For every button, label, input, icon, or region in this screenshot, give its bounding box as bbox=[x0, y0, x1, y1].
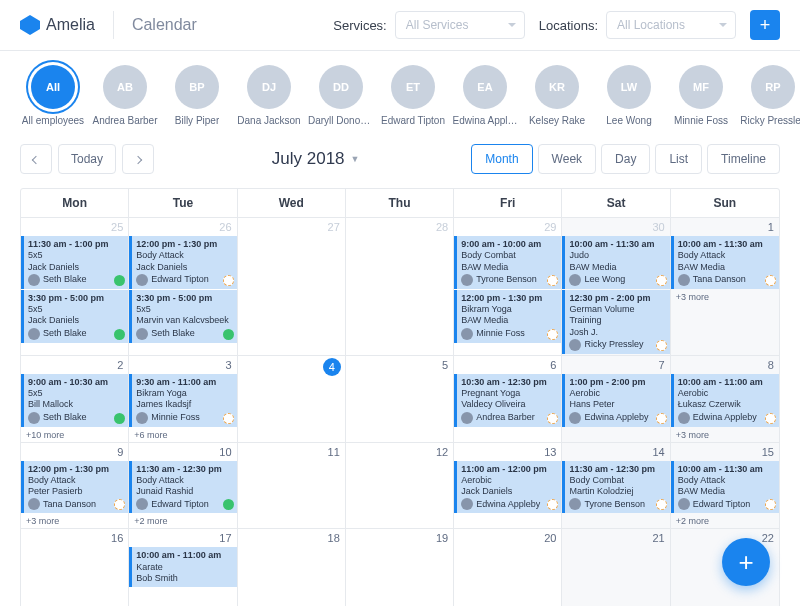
calendar-event[interactable]: 10:00 am - 11:30 amJudoBAW MediaLee Wong bbox=[562, 236, 669, 289]
calendar-cell[interactable]: 29:00 am - 10:30 am5x5Bill MallockSeth B… bbox=[21, 356, 129, 443]
calendar-event[interactable]: 10:00 am - 11:30 amBody AttackBAW MediaT… bbox=[671, 236, 779, 289]
employee-filter[interactable]: DJDana Jackson bbox=[236, 65, 302, 126]
more-events-link[interactable]: +10 more bbox=[21, 428, 128, 442]
calendar-cell[interactable]: 1710:00 am - 11:00 amKarateBob Smith bbox=[129, 529, 237, 606]
calendar-event[interactable]: 12:00 pm - 1:30 pmBody AttackPeter Pasie… bbox=[21, 461, 128, 514]
employee-filter[interactable]: RPRicky Pressley bbox=[740, 65, 800, 126]
services-filter-label: Services: bbox=[333, 18, 386, 33]
avatar: AB bbox=[103, 65, 147, 109]
calendar-cell[interactable]: 2511:30 am - 1:00 pm5x5Jack DanielsSeth … bbox=[21, 218, 129, 356]
view-timeline[interactable]: Timeline bbox=[707, 144, 780, 174]
calendar-cell[interactable]: 5 bbox=[346, 356, 454, 443]
more-events-link[interactable]: +3 more bbox=[671, 428, 779, 442]
calendar-cell[interactable]: 19 bbox=[346, 529, 454, 606]
view-list[interactable]: List bbox=[655, 144, 702, 174]
more-events-link[interactable]: +2 more bbox=[129, 514, 236, 528]
employee-filter[interactable]: EAEdwina Appl… bbox=[452, 65, 518, 126]
calendar-event[interactable]: 11:30 am - 1:00 pm5x5Jack DanielsSeth Bl… bbox=[21, 236, 128, 289]
avatar bbox=[136, 328, 148, 340]
more-events-link[interactable]: +2 more bbox=[671, 514, 779, 528]
day-header: Tue bbox=[129, 189, 237, 218]
calendar-cell[interactable]: 1411:30 am - 12:30 pmBody CombatMartin K… bbox=[562, 443, 670, 530]
today-button[interactable]: Today bbox=[58, 144, 116, 174]
calendar-cell[interactable]: 20 bbox=[454, 529, 562, 606]
more-events-link[interactable]: +3 more bbox=[21, 514, 128, 528]
view-month[interactable]: Month bbox=[471, 144, 532, 174]
avatar bbox=[28, 498, 40, 510]
employee-filter[interactable]: ABAndrea Barber bbox=[92, 65, 158, 126]
calendar-event[interactable]: 9:00 am - 10:30 am5x5Bill MallockSeth Bl… bbox=[21, 374, 128, 427]
calendar-event[interactable]: 9:30 am - 11:00 amBikram YogaJames Ikads… bbox=[129, 374, 236, 427]
calendar-event[interactable]: 11:00 am - 12:00 pmAerobicJack DanielsEd… bbox=[454, 461, 561, 514]
more-events-link[interactable]: +6 more bbox=[129, 428, 236, 442]
divider bbox=[113, 11, 114, 39]
event-time: 12:30 pm - 2:00 pm bbox=[569, 293, 665, 304]
employee-filter[interactable]: KRKelsey Rake bbox=[524, 65, 590, 126]
event-employee: Tyrone Benson bbox=[476, 274, 537, 285]
employee-filter[interactable]: LWLee Wong bbox=[596, 65, 662, 126]
calendar-event[interactable]: 10:30 am - 12:30 pmPregnant YogaValdecy … bbox=[454, 374, 561, 427]
calendar-event[interactable]: 10:00 am - 11:00 amAerobicŁukasz Czerwik… bbox=[671, 374, 779, 427]
calendar-cell[interactable]: 71:00 pm - 2:00 pmAerobicHans PeterEdwin… bbox=[562, 356, 670, 443]
calendar-cell[interactable]: 2612:00 pm - 1:30 pmBody AttackJack Dani… bbox=[129, 218, 237, 356]
calendar-cell[interactable]: 16 bbox=[21, 529, 129, 606]
calendar-event[interactable]: 9:00 am - 10:00 amBody CombatBAW MediaTy… bbox=[454, 236, 561, 289]
prev-button[interactable] bbox=[20, 144, 52, 174]
calendar-event[interactable]: 10:00 am - 11:30 amBody AttackBAW MediaE… bbox=[671, 461, 779, 514]
add-button[interactable]: + bbox=[750, 10, 780, 40]
calendar-cell[interactable]: 810:00 am - 11:00 amAerobicŁukasz Czerwi… bbox=[671, 356, 779, 443]
event-title: Bikram Yoga bbox=[461, 304, 557, 315]
fab-add-button[interactable]: + bbox=[722, 538, 770, 586]
employee-filter[interactable]: MFMinnie Foss bbox=[668, 65, 734, 126]
calendar-cell[interactable]: 39:30 am - 11:00 amBikram YogaJames Ikad… bbox=[129, 356, 237, 443]
calendar-cell[interactable]: 21 bbox=[562, 529, 670, 606]
day-header: Sat bbox=[562, 189, 670, 218]
brand-logo[interactable]: Amelia bbox=[20, 15, 95, 35]
calendar-cell[interactable]: 1311:00 am - 12:00 pmAerobicJack Daniels… bbox=[454, 443, 562, 530]
day-number: 9 bbox=[117, 446, 123, 458]
calendar-cell[interactable]: 912:00 pm - 1:30 pmBody AttackPeter Pasi… bbox=[21, 443, 129, 530]
day-number: 29 bbox=[544, 221, 556, 233]
calendar-cell[interactable]: 18 bbox=[238, 529, 346, 606]
calendar-event[interactable]: 12:30 pm - 2:00 pmGerman Volume Training… bbox=[562, 290, 669, 354]
avatar bbox=[461, 328, 473, 340]
calendar-cell[interactable]: 11 bbox=[238, 443, 346, 530]
services-select[interactable]: All Services bbox=[395, 11, 525, 39]
next-button[interactable] bbox=[122, 144, 154, 174]
locations-select[interactable]: All Locations bbox=[606, 11, 736, 39]
calendar-event[interactable]: 12:00 pm - 1:30 pmBikram YogaBAW MediaMi… bbox=[454, 290, 561, 343]
employee-filter[interactable]: DDDaryll Donov… bbox=[308, 65, 374, 126]
event-title: Body Attack bbox=[28, 475, 124, 486]
avatar bbox=[136, 274, 148, 286]
calendar-cell[interactable]: 1011:30 am - 12:30 pmBody AttackJunaid R… bbox=[129, 443, 237, 530]
calendar-event[interactable]: 3:30 pm - 5:00 pm5x5Jack DanielsSeth Bla… bbox=[21, 290, 128, 343]
day-number: 19 bbox=[436, 532, 448, 544]
calendar-cell[interactable]: 1510:00 am - 11:30 amBody AttackBAW Medi… bbox=[671, 443, 779, 530]
calendar-event[interactable]: 11:30 am - 12:30 pmBody CombatMartin Kol… bbox=[562, 461, 669, 514]
day-number: 26 bbox=[219, 221, 231, 233]
calendar-cell[interactable]: 28 bbox=[346, 218, 454, 356]
calendar-cell[interactable]: 12 bbox=[346, 443, 454, 530]
calendar-cell[interactable]: 110:00 am - 11:30 amBody AttackBAW Media… bbox=[671, 218, 779, 356]
calendar-event[interactable]: 1:00 pm - 2:00 pmAerobicHans PeterEdwina… bbox=[562, 374, 669, 427]
more-events-link[interactable]: +3 more bbox=[671, 290, 779, 304]
day-number: 17 bbox=[219, 532, 231, 544]
status-badge bbox=[223, 413, 234, 424]
calendar-cell[interactable]: 610:30 am - 12:30 pmPregnant YogaValdecy… bbox=[454, 356, 562, 443]
calendar-event[interactable]: 11:30 am - 12:30 pmBody AttackJunaid Ras… bbox=[129, 461, 236, 514]
current-period[interactable]: July 2018 ▼ bbox=[160, 149, 471, 169]
calendar-event[interactable]: 3:30 pm - 5:00 pm5x5Marvin van Kalcvsbee… bbox=[129, 290, 236, 343]
calendar-cell[interactable]: 27 bbox=[238, 218, 346, 356]
employee-filter[interactable]: ETEdward Tipton bbox=[380, 65, 446, 126]
employee-filter[interactable]: BPBilly Piper bbox=[164, 65, 230, 126]
status-badge bbox=[765, 413, 776, 424]
calendar-cell[interactable]: 3010:00 am - 11:30 amJudoBAW MediaLee Wo… bbox=[562, 218, 670, 356]
calendar-cell[interactable]: 299:00 am - 10:00 amBody CombatBAW Media… bbox=[454, 218, 562, 356]
calendar-cell[interactable]: 4 bbox=[238, 356, 346, 443]
calendar-event[interactable]: 10:00 am - 11:00 amKarateBob Smith bbox=[129, 547, 236, 587]
view-day[interactable]: Day bbox=[601, 144, 650, 174]
avatar bbox=[678, 274, 690, 286]
view-week[interactable]: Week bbox=[538, 144, 596, 174]
calendar-event[interactable]: 12:00 pm - 1:30 pmBody AttackJack Daniel… bbox=[129, 236, 236, 289]
employee-filter[interactable]: AllAll employees bbox=[20, 65, 86, 126]
